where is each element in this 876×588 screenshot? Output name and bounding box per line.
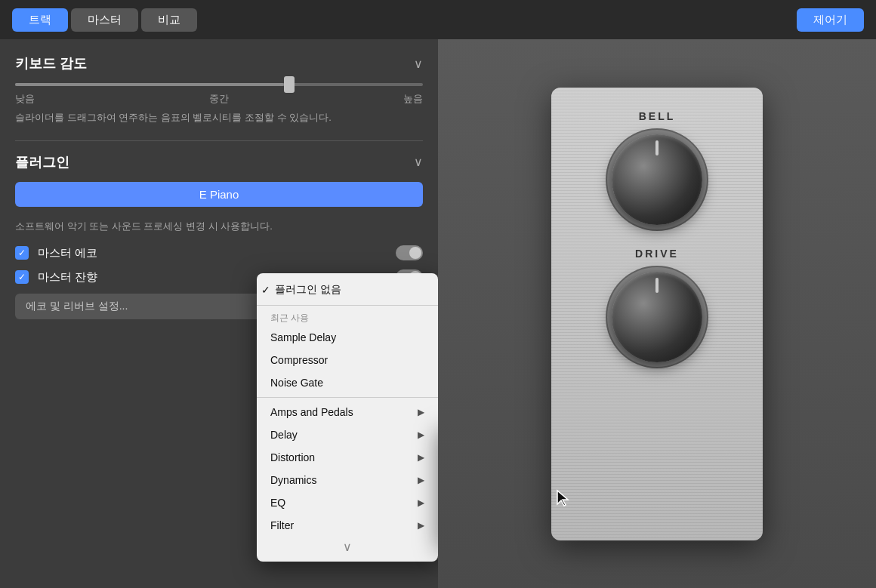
master-echo-checkbox[interactable] [15, 246, 29, 260]
context-menu: ✓ 플러그인 없음 최근 사용 Sample Delay Compressor … [257, 273, 438, 562]
distortion-arrow-icon: ▶ [418, 452, 424, 463]
amp-face: BELL DRIVE [551, 88, 763, 540]
recent-item-2[interactable]: Noise Gate [257, 371, 438, 394]
master-echo-row: 마스터 에코 [15, 245, 423, 260]
dynamics-arrow-icon: ▶ [418, 475, 424, 485]
bell-knob-container: BELL [612, 110, 702, 225]
category-distortion-label: Distortion [270, 451, 315, 463]
main-area: 키보드 감도 ∨ 낮음 중간 높음 슬라이더를 드래그하여 연주하는 음표의 벨… [0, 39, 876, 588]
category-eq[interactable]: EQ ▶ [257, 491, 438, 514]
menu-no-plugin[interactable]: ✓ 플러그인 없음 [257, 278, 438, 302]
recent-section-label: 최근 사용 [257, 309, 438, 326]
amps-arrow-icon: ▶ [418, 407, 424, 417]
menu-separator-1 [257, 305, 438, 306]
delay-arrow-icon: ▶ [418, 429, 424, 440]
right-panel: BELL DRIVE [438, 39, 876, 588]
keyboard-sensitivity-title: 키보드 감도 [15, 54, 87, 72]
category-filter-label: Filter [270, 519, 294, 531]
menu-scroll-down[interactable]: ∨ [257, 537, 438, 557]
velocity-slider-thumb[interactable] [284, 76, 295, 93]
plugin-description: 소프트웨어 악기 또는 사운드 프로세싱 변경 시 사용합니다. [15, 219, 423, 234]
category-dynamics[interactable]: Dynamics ▶ [257, 469, 438, 491]
drive-knob[interactable] [612, 272, 702, 362]
master-reverb-checkbox[interactable] [15, 270, 29, 284]
tab-compare[interactable]: 비교 [141, 8, 197, 32]
velocity-slider-track [15, 83, 423, 86]
plugin-section-chevron[interactable]: ∨ [414, 155, 423, 169]
category-eq-label: EQ [270, 497, 285, 509]
slider-label-high: 높음 [403, 92, 423, 106]
tab-master[interactable]: 마스터 [71, 8, 138, 32]
tab-group: 트랙 마스터 비교 [12, 8, 197, 32]
slider-label-medium: 중간 [209, 92, 229, 106]
category-amps[interactable]: Amps and Pedals ▶ [257, 401, 438, 423]
top-bar: 트랙 마스터 비교 제어기 [0, 0, 876, 39]
plugin-section-header: 플러그인 ∨ [15, 153, 423, 171]
velocity-description: 슬라이더를 드래그하여 연주하는 음표의 벨로시티를 조절할 수 있습니다. [15, 110, 423, 125]
plugin-select-button[interactable]: E Piano [15, 182, 423, 207]
master-echo-toggle[interactable] [396, 245, 423, 260]
menu-separator-2 [257, 397, 438, 398]
slider-label-low: 낮음 [15, 92, 35, 106]
left-panel: 키보드 감도 ∨ 낮음 중간 높음 슬라이더를 드래그하여 연주하는 음표의 벨… [0, 39, 438, 588]
delay-submenu-container: Delay ▶ Delay Designer Echo Sample Delay… [257, 423, 438, 446]
filter-arrow-icon: ▶ [418, 520, 424, 531]
category-filter[interactable]: Filter ▶ [257, 514, 438, 537]
category-amps-label: Amps and Pedals [270, 406, 353, 418]
check-mark-icon: ✓ [261, 284, 270, 296]
bell-knob[interactable] [612, 134, 702, 225]
keyboard-sensitivity-section: 키보드 감도 ∨ [15, 54, 423, 72]
recent-item-1[interactable]: Compressor [257, 349, 438, 371]
eq-arrow-icon: ▶ [418, 497, 424, 508]
tab-track[interactable]: 트랙 [12, 8, 68, 32]
category-delay[interactable]: Delay ▶ [257, 423, 438, 446]
category-distortion[interactable]: Distortion ▶ [257, 446, 438, 469]
divider-1 [15, 140, 423, 141]
drive-knob-container: DRIVE [612, 248, 702, 362]
drive-label: DRIVE [635, 248, 679, 260]
category-delay-label: Delay [270, 429, 298, 441]
category-dynamics-label: Dynamics [270, 474, 316, 486]
control-button[interactable]: 제어기 [797, 8, 864, 32]
master-echo-label: 마스터 에코 [38, 246, 387, 260]
velocity-slider-container [15, 83, 423, 86]
velocity-slider-fill [15, 83, 284, 86]
bell-label: BELL [639, 110, 676, 122]
plugin-section-title: 플러그인 [15, 153, 69, 171]
no-plugin-label: 플러그인 없음 [270, 283, 424, 297]
slider-labels: 낮음 중간 높음 [15, 92, 423, 106]
keyboard-sensitivity-chevron[interactable]: ∨ [414, 57, 423, 71]
recent-item-0[interactable]: Sample Delay [257, 326, 438, 349]
